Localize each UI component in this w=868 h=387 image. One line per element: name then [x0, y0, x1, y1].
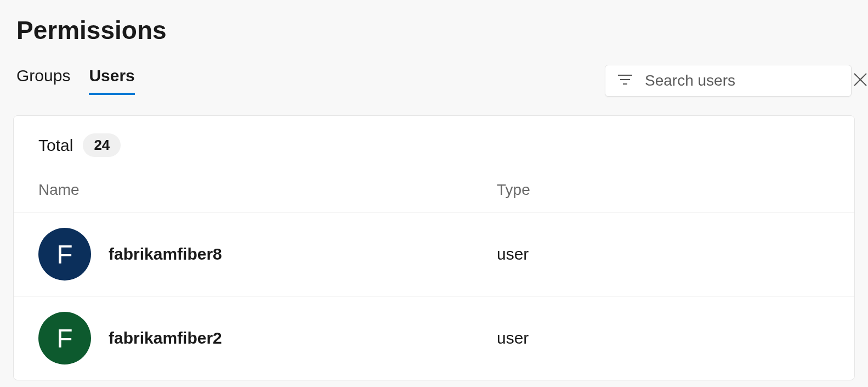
header-row: Groups Users [0, 45, 868, 97]
tabs: Groups Users [16, 66, 135, 95]
column-header-name[interactable]: Name [38, 181, 497, 199]
total-label: Total [38, 136, 73, 155]
avatar: F [38, 312, 91, 364]
name-cell: F fabrikamfiber2 [38, 312, 497, 364]
user-name: fabrikamfiber2 [109, 329, 222, 347]
table-row[interactable]: F fabrikamfiber8 user [14, 212, 854, 296]
tab-groups[interactable]: Groups [16, 66, 70, 95]
name-cell: F fabrikamfiber8 [38, 228, 497, 281]
user-name: fabrikamfiber8 [109, 245, 222, 263]
avatar: F [38, 228, 91, 281]
total-count-badge: 24 [83, 133, 121, 157]
users-card: Total 24 Name Type F fabrikamfiber8 user… [13, 115, 855, 380]
total-row: Total 24 [14, 116, 854, 172]
column-header-type[interactable]: Type [497, 181, 830, 199]
filter-icon [617, 74, 633, 87]
table-row[interactable]: F fabrikamfiber2 user [14, 296, 854, 380]
type-cell: user [497, 245, 830, 263]
page-title: Permissions [0, 0, 868, 45]
search-box[interactable] [605, 65, 852, 97]
tab-users[interactable]: Users [89, 66, 134, 95]
search-input[interactable] [645, 72, 841, 89]
close-icon[interactable] [853, 72, 867, 89]
table-header: Name Type [14, 172, 854, 212]
type-cell: user [497, 329, 830, 347]
